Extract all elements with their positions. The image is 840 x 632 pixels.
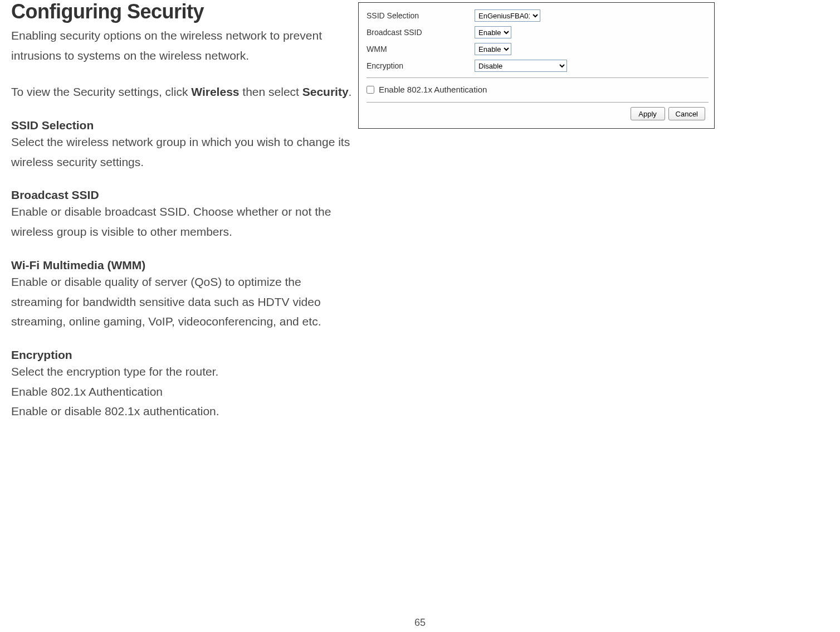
- nav-instruction: To view the Security settings, click Wir…: [11, 82, 354, 102]
- section-body-enc-2: Enable 802.1x Authentication: [11, 382, 354, 402]
- security-settings-panel: SSID Selection EnGeniusFBA016 Broadcast …: [358, 2, 715, 129]
- label-encryption: Encryption: [367, 61, 475, 70]
- nav-post: .: [349, 85, 352, 98]
- label-broadcast-ssid: Broadcast SSID: [367, 28, 475, 37]
- intro-text: Enabling security options on the wireles…: [11, 26, 354, 65]
- broadcast-ssid-dropdown[interactable]: Enable: [475, 26, 511, 38]
- enable-8021x-checkbox[interactable]: [367, 86, 374, 94]
- section-body-enc-1: Select the encryption type for the route…: [11, 362, 354, 382]
- section-body-ssid: Select the wireless network group in whi…: [11, 132, 354, 172]
- section-title-bcast: Broadcast SSID: [11, 188, 354, 202]
- row-encryption: Encryption Disable: [367, 57, 709, 74]
- ssid-selection-dropdown[interactable]: EnGeniusFBA016: [475, 9, 540, 22]
- button-row: Apply Cancel: [367, 105, 709, 125]
- section-body-wmm: Enable or disable quality of server (QoS…: [11, 272, 354, 332]
- wmm-dropdown[interactable]: Enable: [475, 43, 511, 55]
- encryption-dropdown[interactable]: Disable: [475, 60, 567, 72]
- section-title-enc: Encryption: [11, 348, 354, 362]
- row-8021x-auth: Enable 802.1x Authentication: [367, 80, 709, 98]
- section-title-ssid: SSID Selection: [11, 119, 354, 132]
- divider: [367, 102, 709, 103]
- nav-pre: To view the Security settings, click: [11, 85, 191, 98]
- nav-mid: then select: [240, 85, 302, 98]
- page-title: Configuring Security: [11, 0, 354, 23]
- section-body-enc-3: Enable or disable 802.1x authentication.: [11, 401, 354, 421]
- apply-button[interactable]: Apply: [631, 107, 665, 120]
- row-broadcast-ssid: Broadcast SSID Enable: [367, 24, 709, 41]
- label-wmm: WMM: [367, 45, 475, 54]
- page-number: 65: [414, 617, 426, 629]
- row-wmm: WMM Enable: [367, 41, 709, 57]
- nav-wireless: Wireless: [191, 85, 239, 98]
- row-ssid-selection: SSID Selection EnGeniusFBA016: [367, 7, 709, 24]
- section-body-bcast: Enable or disable broadcast SSID. Choose…: [11, 202, 354, 241]
- documentation-column: Configuring Security Enabling security o…: [11, 0, 354, 421]
- label-ssid-selection: SSID Selection: [367, 11, 475, 20]
- cancel-button[interactable]: Cancel: [668, 107, 705, 120]
- settings-panel-column: SSID Selection EnGeniusFBA016 Broadcast …: [358, 0, 715, 129]
- enable-8021x-label: Enable 802.1x Authentication: [379, 85, 487, 94]
- nav-security: Security: [302, 85, 349, 98]
- section-title-wmm: Wi-Fi Multimedia (WMM): [11, 259, 354, 272]
- divider: [367, 77, 709, 78]
